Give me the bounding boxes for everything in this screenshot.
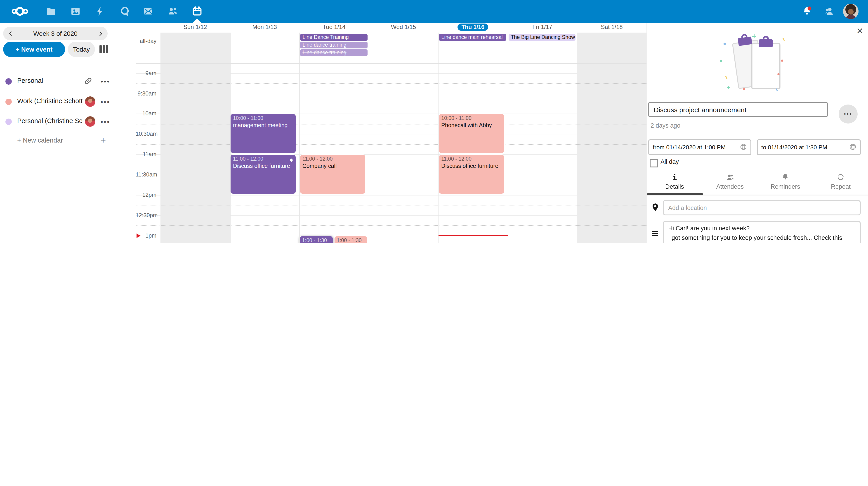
event-title: Discuss office furniture (441, 163, 502, 170)
week-view-toggle-icon[interactable] (99, 45, 108, 53)
day-column[interactable] (508, 64, 577, 243)
time-label: 12pm (135, 191, 156, 200)
allday-cell[interactable]: Line dance main rehearsal (439, 34, 507, 41)
calendar-app-icon[interactable] (192, 6, 203, 17)
time-label: 9:30am (135, 89, 156, 98)
event-time: 11:00 - 12:00 (441, 156, 502, 163)
photos-app-icon[interactable] (70, 6, 81, 17)
all-day-checkbox[interactable] (650, 159, 658, 167)
column-border (369, 33, 369, 243)
calendar-list-item-personal[interactable]: Personal ●●● (0, 72, 135, 91)
tab-label: Reminders (758, 183, 813, 190)
close-icon[interactable]: × (857, 25, 863, 36)
calendar-name: Work (Christine Schott) (17, 97, 83, 105)
week-label[interactable]: Week 3 of 2020 (18, 30, 93, 37)
event-start-field[interactable]: from 01/14/2020 at 1:00 PM (648, 139, 751, 155)
calendar-event[interactable]: 11:00 - 12:00Company call (300, 154, 366, 194)
calendar-event[interactable]: 1:00 - 1:30Discuss project (334, 235, 367, 243)
day-header[interactable]: Wed 1/15 (369, 23, 438, 33)
active-app-caret (193, 19, 201, 23)
nextcloud-logo[interactable] (11, 6, 29, 17)
allday-event[interactable]: Line dance training (300, 41, 367, 49)
day-header[interactable]: Sun 1/12 (160, 23, 230, 33)
day-header[interactable]: Thu 1/16 (438, 23, 508, 33)
day-column[interactable] (577, 64, 647, 243)
day-column[interactable] (160, 64, 230, 243)
event-title-input[interactable] (648, 102, 828, 117)
allday-event[interactable]: The Big Line Dancing Show (508, 34, 576, 41)
calendar-event[interactable]: 10:00 - 11:00Phonecall with Abby (438, 114, 504, 153)
day-column[interactable]: 11:00 - 12:00Company call1:00 - 1:30Disc… (299, 64, 369, 243)
event-time: 11:00 - 12:00 (303, 156, 363, 163)
today-button[interactable]: Today (68, 41, 95, 57)
calendar-event[interactable]: 10:00 - 11:00management meeting (230, 114, 296, 153)
day-header-label: Sun 1/12 (184, 24, 207, 30)
column-border (508, 33, 508, 243)
time-label: 11am (135, 150, 156, 159)
calendar-event[interactable]: 11:00 - 12:00Discuss office furniture (230, 154, 296, 194)
day-header[interactable]: Tue 1/14 (299, 23, 369, 33)
new-event-button[interactable]: + New event (3, 41, 65, 57)
day-header-label: Thu 1/16 (457, 24, 488, 31)
allday-cell[interactable]: The Big Line Dancing Show (508, 34, 577, 41)
event-time: 1:00 - 1:30 (302, 237, 331, 243)
calendar-event[interactable]: 11:00 - 12:00Discuss office furniture (438, 154, 504, 194)
attendees-icon (702, 173, 758, 182)
all-day-label: All day (660, 159, 679, 165)
shared-by-avatar (85, 96, 95, 107)
day-column[interactable]: 10:00 - 11:00management meeting11:00 - 1… (230, 64, 299, 243)
calendar-list-item-work[interactable]: Work (Christine Schott) ●●● (0, 92, 135, 112)
description-textarea[interactable]: Hi Carl! are you in next week? I got som… (663, 221, 861, 243)
day-header-label: Sat 1/18 (601, 24, 623, 30)
tab-repeat[interactable]: Repeat (813, 172, 868, 194)
column-border (230, 33, 230, 243)
calendar-list-item-personal-shared[interactable]: Personal (Christine Scho... ●●● (0, 112, 135, 132)
contacts-app-icon[interactable] (167, 6, 178, 17)
timezone-globe-icon[interactable] (740, 143, 747, 151)
next-week-button[interactable] (93, 27, 107, 40)
files-app-icon[interactable] (46, 6, 57, 17)
event-time: 11:00 - 12:00 (233, 156, 293, 163)
allday-cell[interactable]: Line Dance TrainingLine dance trainingLi… (300, 34, 368, 57)
day-header[interactable]: Sat 1/18 (577, 23, 647, 33)
talk-app-icon[interactable] (119, 6, 130, 17)
event-end-field[interactable]: to 01/14/2020 at 1:30 PM (757, 139, 861, 155)
tab-details[interactable]: i Details (647, 172, 702, 194)
timezone-globe-icon[interactable] (849, 143, 856, 151)
calendar-event[interactable]: 1:00 - 1:30Discuss project announcement (299, 235, 333, 243)
tab-label: Repeat (813, 183, 868, 190)
notifications-bell-icon[interactable] (802, 6, 812, 17)
day-column[interactable] (369, 64, 438, 243)
tab-reminders[interactable]: Reminders (758, 172, 813, 194)
day-header-label: Mon 1/13 (252, 24, 277, 30)
tab-attendees[interactable]: Attendees (702, 172, 758, 194)
clipboard-illustration (719, 33, 787, 93)
day-header[interactable]: Fri 1/17 (508, 23, 577, 33)
calendar-actions-menu[interactable]: ●●● (99, 117, 111, 126)
previous-week-button[interactable] (3, 27, 18, 40)
calendar-actions-menu[interactable]: ●●● (99, 77, 111, 86)
time-label: 10am (135, 109, 156, 118)
location-pin-icon (651, 203, 659, 213)
allday-event[interactable]: Line Dance Training (300, 34, 367, 41)
event-more-actions-button[interactable]: ••• (839, 105, 858, 123)
activity-app-icon[interactable] (94, 6, 105, 17)
column-border (577, 33, 578, 243)
allday-event[interactable]: Line dance main rehearsal (439, 34, 506, 41)
new-calendar-item[interactable]: + New calendar + (0, 131, 135, 151)
user-avatar[interactable] (843, 4, 859, 19)
description-icon (651, 230, 659, 239)
time-grid[interactable]: 10:00 - 11:00management meeting11:00 - 1… (135, 64, 647, 243)
day-header[interactable]: Mon 1/13 (230, 23, 299, 33)
allday-event[interactable]: Line dance training (300, 49, 367, 56)
info-icon: i (647, 173, 702, 182)
location-input[interactable] (663, 200, 861, 216)
allday-label: all-day (135, 38, 156, 44)
contacts-menu-icon[interactable] (824, 6, 835, 17)
share-link-icon[interactable] (84, 77, 92, 87)
day-header-label: Tue 1/14 (322, 24, 346, 30)
calendar-actions-menu[interactable]: ●●● (99, 97, 111, 106)
alarm-bell-icon (289, 156, 294, 166)
mail-app-icon[interactable] (143, 6, 154, 17)
day-column[interactable]: 10:00 - 11:00Phonecall with Abby11:00 - … (438, 64, 508, 243)
